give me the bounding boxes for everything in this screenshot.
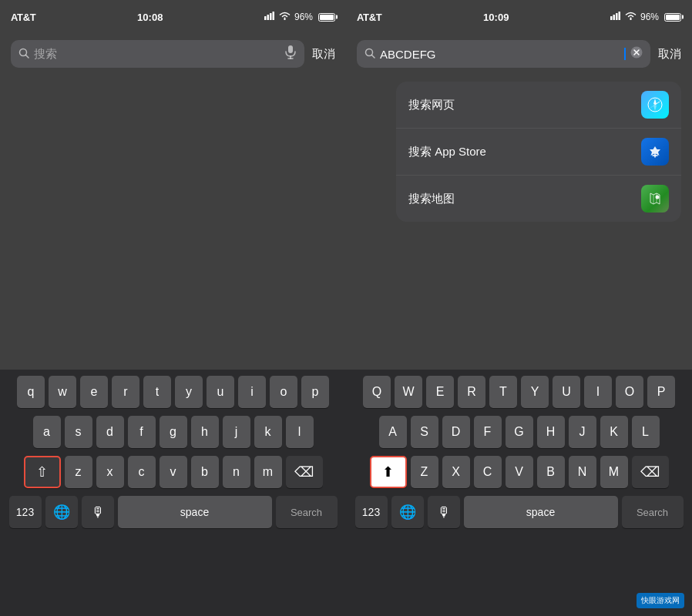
- left-globe-button[interactable]: 🌐: [45, 496, 78, 528]
- left-delete-button[interactable]: ⌫: [286, 456, 323, 488]
- maps-icon: [641, 185, 669, 213]
- key-o[interactable]: o: [270, 376, 297, 408]
- key-v[interactable]: v: [160, 456, 187, 488]
- right-key-g[interactable]: G: [506, 416, 533, 448]
- left-bottom-row: 123 🌐 🎙 space Search: [3, 496, 343, 528]
- left-key-row-2: a s d f g h j k l: [3, 416, 343, 448]
- right-key-c[interactable]: C: [474, 456, 502, 488]
- key-s[interactable]: s: [65, 416, 92, 448]
- right-battery-pct: 96%: [640, 12, 659, 22]
- right-battery-icon: [664, 13, 681, 22]
- right-key-h[interactable]: H: [537, 416, 565, 448]
- key-a[interactable]: a: [33, 416, 61, 448]
- left-num-button[interactable]: 123: [9, 496, 42, 528]
- right-status-bar: AT&T 10:09 96%: [346, 0, 692, 34]
- suggestion-web[interactable]: 搜索网页: [396, 82, 681, 129]
- key-q[interactable]: q: [17, 376, 45, 408]
- right-key-n[interactable]: N: [569, 456, 596, 488]
- key-x[interactable]: x: [96, 456, 124, 488]
- left-mic-button[interactable]: 🎙: [82, 496, 114, 528]
- right-search-input-container[interactable]: ABCDEFG: [357, 40, 650, 68]
- key-g[interactable]: g: [160, 416, 187, 448]
- left-mic-icon[interactable]: [284, 45, 297, 62]
- right-key-a[interactable]: A: [379, 416, 407, 448]
- right-key-w[interactable]: W: [395, 376, 422, 408]
- right-key-v[interactable]: V: [506, 456, 533, 488]
- left-key-row-1: q w e r t y u i o p: [3, 376, 343, 408]
- right-key-i[interactable]: I: [584, 376, 612, 408]
- right-time: 10:09: [483, 12, 509, 23]
- right-key-q[interactable]: Q: [363, 376, 391, 408]
- right-cancel-button[interactable]: 取消: [658, 47, 681, 62]
- key-u[interactable]: u: [207, 376, 234, 408]
- right-shift-button[interactable]: ⬆: [370, 456, 407, 488]
- watermark-text: 快眼游戏网: [641, 596, 680, 604]
- right-search-button[interactable]: Search: [622, 496, 684, 528]
- key-m[interactable]: m: [254, 456, 282, 488]
- right-search-query[interactable]: ABCDEFG: [380, 48, 620, 61]
- right-key-row-3: ⬆ Z X C V B N M ⌫: [349, 456, 689, 488]
- key-c[interactable]: c: [128, 456, 156, 488]
- suggestion-maps[interactable]: 搜索地图: [396, 176, 681, 222]
- key-r[interactable]: r: [112, 376, 139, 408]
- right-key-z[interactable]: Z: [411, 456, 438, 488]
- right-delete-button[interactable]: ⌫: [632, 456, 669, 488]
- right-key-k[interactable]: K: [600, 416, 628, 448]
- right-key-l[interactable]: L: [632, 416, 660, 448]
- right-key-t[interactable]: T: [489, 376, 517, 408]
- left-space-button[interactable]: space: [118, 496, 272, 528]
- key-e[interactable]: e: [80, 376, 108, 408]
- right-panel: AT&T 10:09 96% ABCDEFG 取消: [346, 0, 692, 616]
- right-key-u[interactable]: U: [553, 376, 580, 408]
- right-key-o[interactable]: O: [616, 376, 643, 408]
- key-l[interactable]: l: [286, 416, 314, 448]
- right-space-button[interactable]: space: [464, 496, 618, 528]
- key-k[interactable]: k: [254, 416, 282, 448]
- right-carrier: AT&T: [357, 12, 382, 23]
- key-b[interactable]: b: [191, 456, 219, 488]
- suggestion-appstore[interactable]: 搜索 App Store: [396, 129, 681, 176]
- right-key-s[interactable]: S: [411, 416, 438, 448]
- key-y[interactable]: y: [175, 376, 203, 408]
- key-h[interactable]: h: [191, 416, 219, 448]
- left-status-bar: AT&T 10:08 96%: [0, 0, 346, 34]
- right-globe-button[interactable]: 🌐: [391, 496, 424, 528]
- key-p[interactable]: p: [301, 376, 329, 408]
- right-clear-icon[interactable]: [630, 46, 643, 62]
- right-key-r[interactable]: R: [458, 376, 485, 408]
- key-j[interactable]: j: [223, 416, 250, 448]
- svg-rect-0: [264, 16, 267, 20]
- left-cancel-button[interactable]: 取消: [312, 47, 335, 62]
- left-search-button[interactable]: Search: [276, 496, 338, 528]
- left-wifi-icon: [279, 12, 291, 22]
- left-battery-pct: 96%: [294, 12, 313, 22]
- right-key-f[interactable]: F: [474, 416, 502, 448]
- left-carrier: AT&T: [11, 12, 36, 23]
- right-key-p[interactable]: P: [647, 376, 675, 408]
- right-search-bar[interactable]: ABCDEFG 取消: [346, 34, 692, 74]
- left-keyboard: q w e r t y u i o p a s d f g h j k: [0, 370, 346, 616]
- svg-rect-2: [270, 13, 272, 20]
- right-key-m[interactable]: M: [600, 456, 628, 488]
- right-bottom-row: 123 🌐 🎙 space Search: [349, 496, 689, 528]
- watermark: 快眼游戏网: [637, 593, 684, 608]
- right-key-b[interactable]: B: [537, 456, 565, 488]
- left-shift-button[interactable]: ⇧: [24, 456, 61, 488]
- right-key-j[interactable]: J: [569, 416, 596, 448]
- key-n[interactable]: n: [223, 456, 250, 488]
- key-i[interactable]: i: [238, 376, 266, 408]
- right-key-d[interactable]: D: [442, 416, 470, 448]
- right-key-e[interactable]: E: [426, 376, 454, 408]
- key-z[interactable]: z: [65, 456, 92, 488]
- left-search-bar[interactable]: 搜索 取消: [0, 34, 346, 74]
- key-w[interactable]: w: [49, 376, 76, 408]
- right-num-button[interactable]: 123: [355, 496, 388, 528]
- left-search-input-container[interactable]: 搜索: [11, 40, 304, 68]
- left-signal-icon: [264, 12, 275, 22]
- right-key-y[interactable]: Y: [521, 376, 549, 408]
- key-d[interactable]: d: [96, 416, 124, 448]
- key-t[interactable]: t: [143, 376, 171, 408]
- right-key-x[interactable]: X: [442, 456, 470, 488]
- right-mic-button[interactable]: 🎙: [428, 496, 460, 528]
- key-f[interactable]: f: [128, 416, 156, 448]
